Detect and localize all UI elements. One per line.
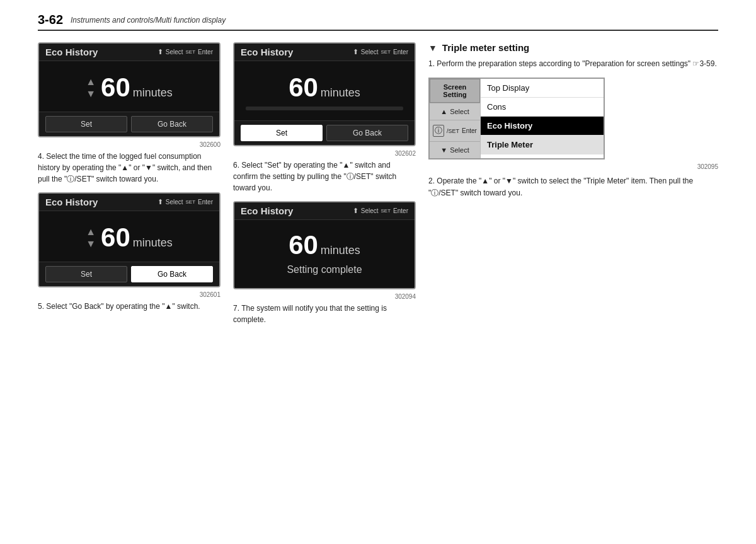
screen-2-controls: ⬆ Select SET Enter [353,48,408,56]
page-number: 3-62 [38,13,63,27]
screen-1-value: 60 [101,72,130,103]
enter-label-4: Enter [393,207,408,214]
left-column: Eco History ⬆ Select SET Enter ▲ ▼ [38,42,220,333]
panel-code: 302095 [428,163,718,170]
screen-3-title: Eco History [45,197,98,207]
up-arrow-icon-3: ⬆ [158,198,163,206]
enter-label-2: Enter [393,49,408,55]
screen-3: Eco History ⬆ Select SET Enter ▲ ▼ [38,192,220,287]
section-title: Triple meter setting [442,42,529,53]
screen-1-unit: minutes [133,86,173,100]
screen-4-topbar: Eco History ⬆ Select SET Enter [234,202,415,220]
nav-item-down: ▼ Select [430,141,480,158]
caption-4: 4. Select the time of the logged fuel co… [38,151,220,185]
right-column: ▼ Triple meter setting 1. Perform the pr… [428,42,718,333]
right-para-2: 2. Operate the "▲" or "▼" switch to sele… [428,175,718,199]
screen-1-goback-btn[interactable]: Go Back [131,116,213,132]
menu-top-display[interactable]: Top Display [481,79,604,98]
caption-7: 7. The system will notify you that the s… [233,303,416,325]
up-arrow-icon-4: ⬆ [353,207,358,215]
screen-4-unit: minutes [321,244,360,257]
screen-4: Eco History ⬆ Select SET Enter 60 minute… [233,201,416,289]
enter-label-3: Enter [198,199,213,205]
select-label-2: Select [361,49,379,55]
caption-6: 6. Select "Set" by operating the "▲" swi… [233,159,416,194]
menu-triple-meter[interactable]: Triple Meter [481,136,604,154]
screen-3-unit: minutes [133,236,173,250]
screen-1: Eco History ⬆ Select SET Enter ▲ ▼ [38,42,220,137]
screen-2-footer: Set Go Back [234,120,415,145]
nav-down-label: Select [450,146,469,154]
middle-column: Eco History ⬆ Select SET Enter 60 minute… [233,42,416,333]
menu-cons[interactable]: Cons [481,98,604,117]
screen-2-goback-btn[interactable]: Go Back [326,125,408,141]
nav-enter-label: Enter [462,127,477,134]
screen-3-body: ▲ ▼ 60 minutes [39,211,219,262]
screen-1-body: ▲ ▼ 60 minutes [39,61,219,112]
screen-3-code: 302601 [38,291,220,298]
nav-set-sub: /SET [447,128,459,134]
page-subtitle: Instruments and controls/Multi function … [71,16,226,25]
nav-up-label: Select [450,108,469,115]
screen-1-topbar: Eco History ⬆ Select SET Enter [39,43,219,61]
screen-2-value: 60 [289,72,318,103]
nav-info-icon: ⓘ [433,125,444,137]
screen-1-title: Eco History [45,47,98,57]
slider-arrows: ▲ ▼ [86,76,96,100]
screen-4-code: 302094 [233,293,416,300]
select-label-3: Select [166,199,183,205]
screen-4-title: Eco History [241,205,293,216]
section-header: ▼ Triple meter setting [428,42,718,53]
set-label-1: SET [186,49,196,55]
nav-item-up: ▲ Select [430,103,480,120]
screen-2-topbar: Eco History ⬆ Select SET Enter [234,43,415,61]
screen-2: Eco History ⬆ Select SET Enter 60 minute… [233,42,416,146]
screen-2-unit: minutes [321,86,360,100]
setting-left-col: Screen Setting ▲ Select ⓘ /SET Enter ▼ [430,79,480,158]
screen-3-value: 60 [101,223,130,253]
menu-eco-history[interactable]: Eco History [481,117,604,136]
screen-4-complete: Setting complete [241,260,408,278]
set-label-4: SET [381,208,391,214]
enter-label-1: Enter [198,49,213,55]
screen-2-body: 60 minutes [234,61,415,120]
screen-4-controls: ⬆ Select SET Enter [353,207,408,215]
screen-1-footer: Set Go Back [39,112,219,136]
nav-item-enter: ⓘ /SET Enter [430,120,480,141]
setting-panel: Screen Setting ▲ Select ⓘ /SET Enter ▼ [428,78,605,159]
up-arrow-icon-2: ⬆ [353,48,358,56]
screen-1-controls: ⬆ Select SET Enter [158,48,213,56]
select-label-1: Select [166,49,183,55]
nav-up-arrow: ▲ [440,108,447,115]
screen-4-body: 60 minutes Setting complete [234,220,415,288]
slider-arrows-3: ▲ ▼ [86,226,96,250]
screen-3-topbar: Eco History ⬆ Select SET Enter [39,194,219,211]
set-label-2: SET [381,49,391,55]
caption-5: 5. Select "Go Back" by operating the "▲"… [38,301,220,312]
triangle-icon: ▼ [428,43,437,53]
screen-3-set-btn[interactable]: Set [45,266,127,282]
right-para-1: 1. Perform the preparation steps accordi… [428,58,718,70]
page-header: 3-62 Instruments and controls/Multi func… [38,13,718,31]
screen-setting-label: Screen Setting [430,79,480,103]
screen-4-value: 60 [289,230,318,260]
screen-2-bar [246,107,403,110]
screen-1-set-btn[interactable]: Set [45,116,127,132]
screen-2-code: 302602 [233,150,416,157]
screen-1-code: 302600 [38,141,220,148]
screen-2-title: Eco History [241,47,293,57]
screen-2-set-btn[interactable]: Set [241,125,323,141]
select-label-4: Select [361,207,379,214]
up-arrow-icon: ⬆ [158,48,163,56]
screen-3-footer: Set Go Back [39,262,219,286]
screen-3-controls: ⬆ Select SET Enter [158,198,213,206]
nav-down-arrow: ▼ [440,146,447,154]
set-label-3: SET [186,199,196,205]
screen-3-goback-btn[interactable]: Go Back [131,266,213,282]
setting-menu: Top Display Cons Eco History Triple Mete… [480,79,604,158]
